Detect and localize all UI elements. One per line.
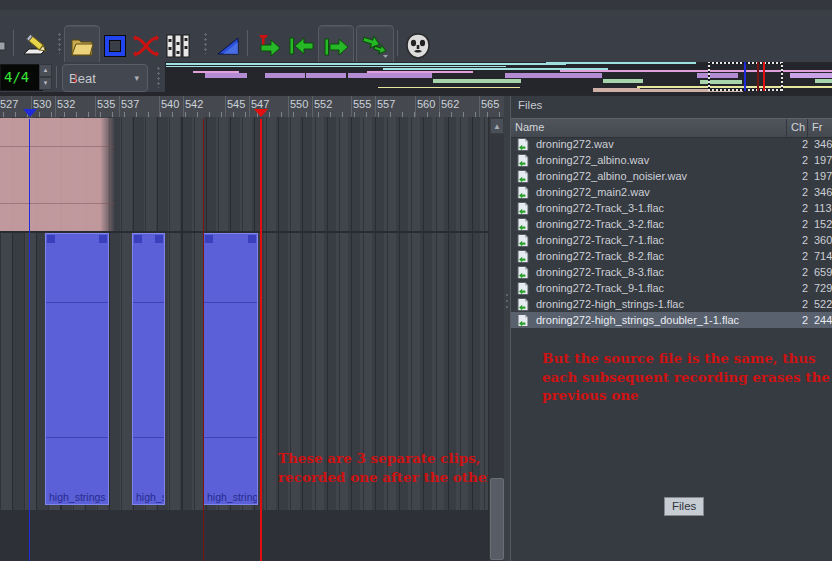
- file-row[interactable]: droning272-Track_7-1.flac2360: [511, 232, 832, 248]
- file-row[interactable]: droning272_albino_noisier.wav2197: [511, 168, 832, 184]
- view-rect-border: [781, 62, 783, 91]
- column-header-channels[interactable]: Ch: [787, 119, 808, 137]
- files-panel-title[interactable]: Files: [518, 99, 542, 111]
- minimap-bar: [166, 63, 566, 65]
- file-row[interactable]: droning272-Track_8-3.flac2659: [511, 264, 832, 280]
- pink-audio-clip[interactable]: [0, 118, 115, 231]
- playhead-triangle[interactable]: [23, 109, 37, 117]
- fade-out-handle[interactable]: [248, 235, 256, 243]
- arrow-left-bar-icon: [287, 35, 315, 57]
- file-name: droning272-Track_8-2.flac: [536, 250, 787, 262]
- files-tooltip: Files: [664, 497, 704, 516]
- ruler-tick-line: [55, 96, 56, 117]
- fade-out-handle[interactable]: [155, 235, 163, 243]
- column-header-name[interactable]: Name: [511, 119, 787, 137]
- fade-in-handle[interactable]: [47, 235, 55, 243]
- minimap-bar: [560, 70, 832, 72]
- snap-mode-dropdown[interactable]: ♩ Beat ▾: [62, 64, 148, 92]
- minimap-red-line: [763, 62, 765, 91]
- file-frames: 197: [808, 154, 832, 166]
- edit-pencil-button[interactable]: [18, 25, 52, 67]
- minimap-bar: [348, 73, 432, 78]
- file-row[interactable]: droning272-Track_3-2.flac2152: [511, 216, 832, 232]
- file-row[interactable]: droning272-high_strings-1.flac2522: [511, 296, 832, 312]
- ruler-tick-line: [225, 96, 226, 117]
- audio-file-icon: [517, 250, 529, 263]
- minimap-bar: [815, 79, 832, 83]
- ruler-tick-label: 542: [185, 98, 203, 110]
- clip-label: high_strings: [207, 491, 257, 503]
- ruler-tick-line: [375, 96, 376, 117]
- files-panel: Files Name Ch Fr droning272.wav2346droni…: [510, 96, 832, 561]
- mixer-button[interactable]: [163, 25, 193, 67]
- file-row[interactable]: droning272-Track_9-1.flac2729: [511, 280, 832, 296]
- file-name: droning272-high_strings-1.flac: [536, 298, 787, 310]
- column-header-frames[interactable]: Fr: [808, 119, 832, 137]
- file-frames: 360: [808, 234, 832, 246]
- session-minimap[interactable]: [165, 62, 832, 92]
- edit-marker-triangle[interactable]: [254, 109, 268, 117]
- audio-file-icon: [517, 138, 529, 151]
- zero-axis-line: [133, 302, 164, 303]
- spin-down-icon[interactable]: ▼: [39, 77, 52, 90]
- ruler-tick-label: 562: [441, 98, 459, 110]
- file-channels: 2: [787, 138, 808, 150]
- time-signature-spinner[interactable]: ▲ ▼: [39, 64, 52, 89]
- file-row[interactable]: droning272-Track_3-1.flac2113: [511, 200, 832, 216]
- ruler-tick-label: 555: [353, 98, 371, 110]
- audio-file-icon: [517, 282, 529, 295]
- audio-clip[interactable]: high_strings: [132, 233, 165, 505]
- region-select-button[interactable]: [100, 25, 130, 67]
- transport-backward-button[interactable]: [286, 25, 316, 67]
- minimap-view-rect[interactable]: [708, 62, 783, 91]
- file-name: droning272-Track_7-1.flac: [536, 234, 787, 246]
- audio-clip[interactable]: high_strings: [203, 233, 258, 505]
- file-row[interactable]: droning272-high_strings_doubler_1-1.flac…: [511, 312, 832, 328]
- minimap-bar: [378, 87, 520, 88]
- ruler-tick-label: 540: [161, 98, 179, 110]
- scroll-up-button[interactable]: ▲: [490, 118, 504, 134]
- file-frames: 729: [808, 282, 832, 294]
- scrollbar-thumb[interactable]: [490, 478, 504, 560]
- spin-up-icon[interactable]: ▲: [39, 64, 52, 77]
- audio-file-icon: [517, 154, 529, 167]
- file-row[interactable]: droning272.wav2346: [511, 136, 832, 152]
- time-signature-display[interactable]: 4/4: [0, 64, 43, 91]
- toolbar-drag-handle[interactable]: [156, 66, 161, 88]
- zero-axis-line: [46, 302, 108, 303]
- ruler-tick-line: [312, 96, 313, 117]
- file-frames: 152: [808, 218, 832, 230]
- file-row[interactable]: droning272_main2.wav2346: [511, 184, 832, 200]
- file-frames: 346: [808, 138, 832, 150]
- file-channels: 2: [787, 218, 808, 230]
- ruler-tick-label: 527: [0, 98, 18, 110]
- audio-file-icon: [517, 314, 529, 327]
- ruler-tick-line: [479, 96, 480, 117]
- panic-button[interactable]: [402, 25, 434, 67]
- split-clip-button[interactable]: [131, 25, 161, 67]
- ruler-tick-label: 545: [227, 98, 245, 110]
- file-row[interactable]: droning272_albino.wav2197: [511, 152, 832, 168]
- fade-in-handle[interactable]: [134, 235, 142, 243]
- vertical-scrollbar[interactable]: ▲: [488, 117, 505, 561]
- file-name: droning272_albino.wav: [536, 154, 787, 166]
- empty-track-area[interactable]: [0, 510, 488, 561]
- minimap-bar: [166, 66, 506, 67]
- toolbar-drag-handle[interactable]: [203, 32, 208, 54]
- automation-button[interactable]: [213, 25, 243, 67]
- timeline-ruler[interactable]: 5275305325355375405425455475505525555575…: [0, 96, 506, 118]
- fade-out-handle[interactable]: [99, 235, 107, 243]
- audio-clip[interactable]: high_strings: [45, 233, 109, 505]
- punch-marker-button[interactable]: [252, 25, 284, 67]
- fade-in-handle[interactable]: [205, 235, 213, 243]
- ruler-tick-line: [119, 96, 120, 117]
- file-frames: 197: [808, 170, 832, 182]
- file-name: droning272-Track_8-3.flac: [536, 266, 787, 278]
- toolbar-drag-handle[interactable]: [57, 32, 62, 54]
- ruler-tick-label: 565: [481, 98, 499, 110]
- audio-file-icon: [517, 186, 529, 199]
- file-name: droning272-Track_3-1.flac: [536, 202, 787, 214]
- file-row[interactable]: droning272-Track_8-2.flac2714: [511, 248, 832, 264]
- file-frames: 714: [808, 250, 832, 262]
- minimap-bar: [505, 73, 602, 78]
